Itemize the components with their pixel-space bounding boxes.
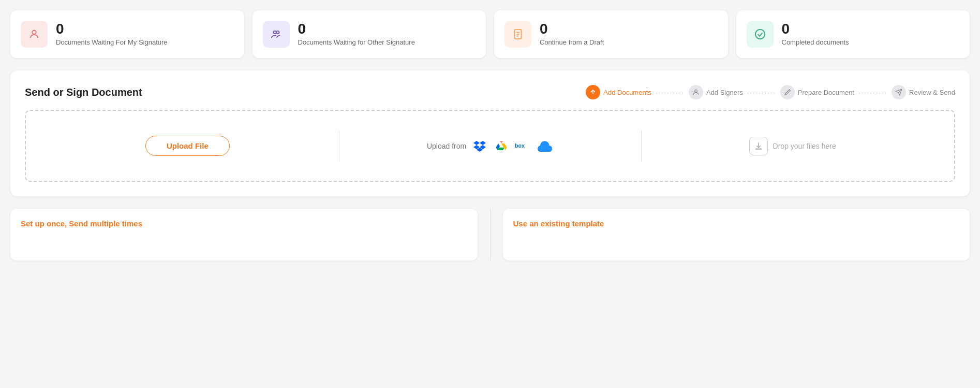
step-circle-prepare-document [780,85,795,99]
step-add-signers[interactable]: Add Signers [689,85,743,99]
stat-info-completed: 0 Completed documents [782,21,849,48]
stat-card-waiting-other-signature[interactable]: 0 Documents Waiting for Other Signature [253,10,486,58]
stat-count: 0 [298,21,415,37]
step-review-send[interactable]: Review & Send [892,85,955,99]
bottom-card-divider [490,209,491,261]
cloud-upload-row: Upload from [427,138,553,154]
stat-info-waiting-other-signature: 0 Documents Waiting for Other Signature [298,21,415,48]
upload-file-section: Upload File [36,136,339,156]
step-dots: ·········· [656,89,685,96]
person-icon [21,21,48,48]
upload-area: Upload File Upload from [25,110,955,182]
step-circle-review-send [892,85,906,99]
steps-row: Add Documents ·········· Add Signers ···… [586,85,955,99]
box-icon[interactable]: box [515,138,531,154]
upload-file-button[interactable]: Upload File [145,136,230,156]
stat-count: 0 [540,21,604,37]
stat-card-completed[interactable]: 0 Completed documents [736,10,970,58]
check-icon [747,21,774,48]
stat-label: Continue from a Draft [540,38,604,47]
bottom-row: Set up once, Send multiple times Use an … [10,209,970,261]
step-label-add-documents: Add Documents [603,89,651,96]
group-icon [263,21,290,48]
sign-section-header: Send or Sign Document Add Documents ····… [25,85,955,99]
draft-icon [504,21,531,48]
upload-from-label: Upload from [427,142,466,150]
stat-info-waiting-my-signature: 0 Documents Waiting For My Signature [56,21,168,48]
svg-rect-10 [755,148,762,149]
svg-point-0 [32,31,36,34]
drop-zone-section: Drop your files here [641,137,944,155]
drop-icon [749,137,768,155]
svg-point-7 [755,30,764,39]
sign-section: Send or Sign Document Add Documents ····… [10,70,970,196]
drop-label: Drop your files here [773,142,836,150]
setup-once-title: Set up once, Send multiple times [21,219,467,228]
stat-label: Documents Waiting For My Signature [56,38,168,47]
upload-from-section: Upload from [339,138,642,154]
svg-text:box: box [515,142,525,149]
step-label-review-send: Review & Send [909,89,955,96]
drop-zone: Drop your files here [749,137,836,155]
stat-card-waiting-my-signature[interactable]: 0 Documents Waiting For My Signature [10,10,244,58]
stat-count: 0 [56,21,168,37]
step-label-add-signers: Add Signers [706,89,743,96]
stat-card-continue-draft[interactable]: 0 Continue from a Draft [494,10,728,58]
step-dots: ·········· [858,89,887,96]
svg-point-2 [276,31,279,34]
step-circle-add-signers [689,85,703,99]
step-prepare-document[interactable]: Prepare Document [780,85,854,99]
stat-count: 0 [782,21,849,37]
onedrive-icon[interactable] [537,138,553,154]
stat-info-continue-draft: 0 Continue from a Draft [540,21,604,48]
google-drive-icon[interactable] [493,138,510,154]
use-template-title: Use an existing template [513,219,960,228]
use-template-card[interactable]: Use an existing template [503,209,970,261]
stat-label: Completed documents [782,38,849,47]
sign-section-title: Send or Sign Document [25,87,142,98]
svg-point-8 [695,90,697,92]
step-add-documents[interactable]: Add Documents [586,85,651,99]
dropbox-icon[interactable] [471,138,488,154]
step-circle-add-documents [586,85,600,99]
stat-label: Documents Waiting for Other Signature [298,38,415,47]
setup-once-card[interactable]: Set up once, Send multiple times [10,209,478,261]
step-dots: ·········· [747,89,776,96]
step-label-prepare-document: Prepare Document [798,89,854,96]
stats-row: 0 Documents Waiting For My Signature 0 D… [10,10,970,58]
